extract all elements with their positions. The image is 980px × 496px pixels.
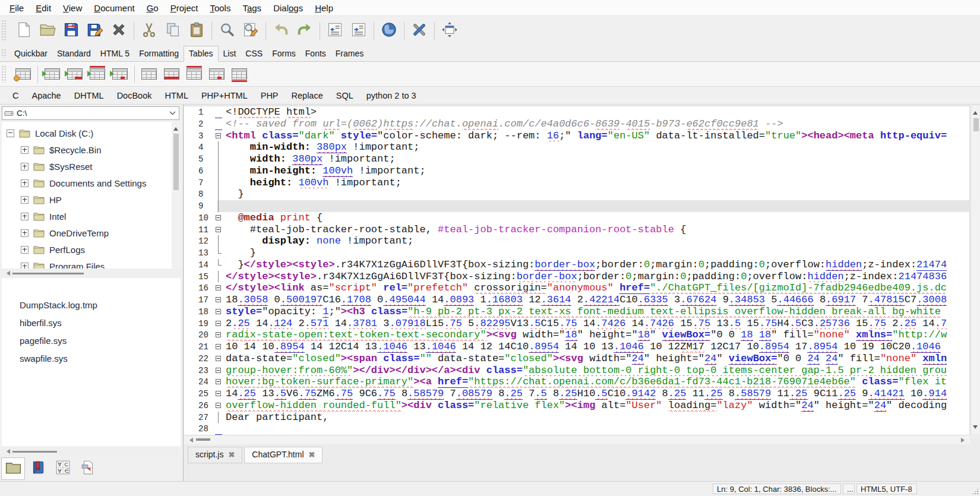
fold-marker-icon[interactable] xyxy=(215,224,222,236)
tree-hscrollbar-thumb[interactable] xyxy=(12,273,84,274)
cut-button[interactable] xyxy=(137,19,161,43)
tree-scrollbar-thumb[interactable] xyxy=(173,134,179,190)
menu-view[interactable]: View xyxy=(57,1,88,15)
fold-marker-icon[interactable] xyxy=(215,306,222,318)
tables-toolbar-grip[interactable] xyxy=(1,65,7,83)
scroll-left-icon[interactable] xyxy=(187,438,193,443)
scroll-left-icon[interactable] xyxy=(4,449,10,454)
close-icon[interactable]: ✖ xyxy=(228,450,235,459)
custom-menu-dhtml[interactable]: DHTML xyxy=(68,89,110,103)
menu-dialogs[interactable]: Dialogs xyxy=(267,1,309,15)
tab-list[interactable]: List xyxy=(219,46,241,61)
collapse-expander-icon[interactable] xyxy=(7,129,14,137)
close-button[interactable] xyxy=(107,19,131,43)
menu-document[interactable]: Document xyxy=(88,1,140,15)
table-row-button[interactable] xyxy=(160,65,183,83)
undo-button[interactable] xyxy=(269,19,293,43)
fold-marker-icon[interactable] xyxy=(215,282,222,294)
code-view[interactable]: 1<!DOCTYPE html>2<!-- saved from url=(00… xyxy=(184,106,970,435)
custom-menu-c[interactable]: C xyxy=(6,89,25,103)
save-button[interactable] xyxy=(59,19,83,43)
menu-help[interactable]: Help xyxy=(309,1,339,15)
custom-menu-docbook[interactable]: DocBook xyxy=(110,89,159,103)
doc-tab-script-js[interactable]: script.js✖ xyxy=(188,447,242,463)
tab-fonts[interactable]: Fonts xyxy=(301,46,331,61)
status-overflow-button[interactable]: ... xyxy=(843,484,855,494)
scroll-right-icon[interactable] xyxy=(961,438,967,443)
files-hscrollbar-thumb[interactable] xyxy=(12,451,57,453)
tree-item-program-files[interactable]: Program Files xyxy=(2,258,181,268)
tab-frames[interactable]: Frames xyxy=(331,46,368,61)
sidebar-tab-snippets[interactable] xyxy=(76,457,100,480)
file-item-dumpstack-log-tmp[interactable]: DumpStack.log.tmp xyxy=(2,296,181,314)
combo-dropdown-button[interactable] xyxy=(166,107,179,119)
code-area[interactable]: 1<!DOCTYPE html>2<!-- saved from url=(00… xyxy=(184,106,969,435)
insert-header-row-button[interactable] xyxy=(86,65,109,83)
tab-forms[interactable]: Forms xyxy=(267,46,301,61)
table-cell-button[interactable] xyxy=(206,65,228,83)
fold-marker-icon[interactable] xyxy=(215,294,222,306)
fold-marker-icon[interactable] xyxy=(215,130,222,142)
toolbar-grip[interactable] xyxy=(1,20,7,42)
insert-cell-button[interactable] xyxy=(109,65,131,83)
files-hscrollbar[interactable] xyxy=(2,447,181,456)
custom-menu-replace[interactable]: Replace xyxy=(285,89,330,103)
table-button[interactable] xyxy=(138,65,160,83)
tree-item-hp[interactable]: HP xyxy=(2,191,181,208)
expand-expander-icon[interactable] xyxy=(21,196,29,204)
sidebar-tab-bookmarks[interactable] xyxy=(26,457,50,480)
insert-row-button[interactable] xyxy=(64,65,86,83)
tree-hscrollbar[interactable] xyxy=(2,269,181,277)
resize-grip[interactable] xyxy=(972,488,979,495)
tab-css[interactable]: CSS xyxy=(241,46,267,61)
table-footer-button[interactable] xyxy=(228,65,251,83)
fold-marker-icon[interactable] xyxy=(215,318,222,330)
expand-expander-icon[interactable] xyxy=(21,146,29,154)
fold-marker-icon[interactable] xyxy=(215,376,222,388)
redo-button[interactable] xyxy=(293,19,317,43)
browser-preview-button[interactable] xyxy=(377,19,401,43)
find-button[interactable] xyxy=(215,19,239,43)
menu-tags[interactable]: Tags xyxy=(236,1,267,15)
editor-vscrollbar-thumb[interactable] xyxy=(973,118,979,131)
path-combo[interactable]: C:\ xyxy=(2,106,179,120)
copy-button[interactable] xyxy=(161,19,185,43)
tree-item-perflogs[interactable]: PerfLogs xyxy=(2,241,181,258)
editor-hscrollbar[interactable] xyxy=(184,435,970,444)
new-button[interactable] xyxy=(12,19,36,43)
fold-marker-icon[interactable] xyxy=(215,212,222,224)
menu-edit[interactable]: Edit xyxy=(30,1,57,15)
tree-item-documents-and-settings[interactable]: Documents and Settings xyxy=(2,175,181,191)
doc-tab-chatgpt-html[interactable]: ChatGPT.html✖ xyxy=(244,447,323,463)
scroll-left-icon[interactable] xyxy=(4,271,10,276)
file-item-hiberfil-sys[interactable]: hiberfil.sys xyxy=(2,314,181,331)
menu-project[interactable]: Project xyxy=(165,1,204,15)
file-item-pagefile-sys[interactable]: pagefile.sys xyxy=(2,331,181,349)
tree-item-onedrivetemp[interactable]: OneDriveTemp xyxy=(2,225,181,241)
scroll-down-icon[interactable] xyxy=(973,425,978,431)
sidebar-tab-file-browser[interactable] xyxy=(1,457,25,480)
tree-item-sysreset[interactable]: $SysReset xyxy=(2,158,181,175)
find-replace-button[interactable] xyxy=(239,19,263,43)
expand-expander-icon[interactable] xyxy=(21,263,29,269)
custom-menu-python-2-to-3[interactable]: python 2 to 3 xyxy=(360,89,423,103)
table-header-button[interactable] xyxy=(183,65,206,83)
menu-go[interactable]: Go xyxy=(141,1,165,15)
tabs-grip[interactable] xyxy=(1,49,7,58)
tab-tables[interactable]: Tables xyxy=(184,46,218,62)
scroll-up-icon[interactable] xyxy=(173,125,178,131)
tree-item-local-disk-c[interactable]: Local Disk (C:) xyxy=(2,125,181,141)
sidebar-tab-character-map[interactable]: ∀C∀∈ xyxy=(51,457,75,480)
tree-scrollbar[interactable] xyxy=(172,122,181,268)
expand-expander-icon[interactable] xyxy=(21,179,29,187)
expand-expander-icon[interactable] xyxy=(21,213,29,220)
fullscreen-button[interactable] xyxy=(438,19,461,43)
table-wizard-button[interactable] xyxy=(12,65,34,83)
fold-marker-icon[interactable] xyxy=(215,388,222,400)
fold-marker-icon[interactable] xyxy=(215,400,222,412)
unindent-button[interactable] xyxy=(323,19,347,43)
menu-tools[interactable]: Tools xyxy=(204,1,236,15)
custom-menu-php-html[interactable]: PHP+HTML xyxy=(195,89,254,103)
fold-marker-icon[interactable] xyxy=(215,353,222,365)
file-item-swapfile-sys[interactable]: swapfile.sys xyxy=(2,349,181,367)
